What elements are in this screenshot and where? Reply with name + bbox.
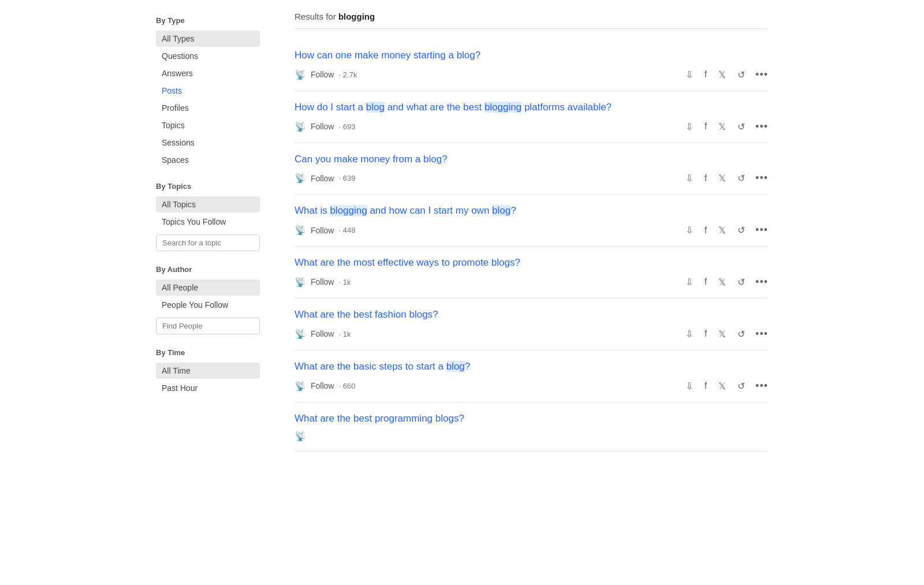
result-title-3[interactable]: Can you make money from a blog? <box>295 152 768 166</box>
downvote-btn-7[interactable]: ⇩ <box>684 379 694 393</box>
follow-label-1[interactable]: Follow <box>311 70 334 79</box>
twitter-btn-6[interactable]: 𝕏 <box>717 327 727 341</box>
by-type-questions[interactable]: Questions <box>156 48 260 64</box>
follow-label-7[interactable]: Follow <box>311 381 334 390</box>
result-actions-4: ⇩ f 𝕏 ↺ ••• <box>684 223 768 237</box>
downvote-btn-6[interactable]: ⇩ <box>684 327 694 341</box>
facebook-btn-1[interactable]: f <box>703 68 708 81</box>
by-time-label: By Time <box>156 348 260 357</box>
follow-icon-3: 📡 <box>295 173 306 184</box>
by-author-all-people[interactable]: All People <box>156 280 260 296</box>
more-btn-4[interactable]: ••• <box>755 224 768 236</box>
downvote-btn-1[interactable]: ⇩ <box>684 68 694 81</box>
more-btn-7[interactable]: ••• <box>755 380 768 392</box>
follow-label-3[interactable]: Follow <box>311 174 334 183</box>
follow-label-5[interactable]: Follow <box>311 277 334 286</box>
downvote-btn-2[interactable]: ⇩ <box>684 120 694 133</box>
follow-count-7: · 660 <box>338 382 355 390</box>
by-topics-you-follow[interactable]: Topics You Follow <box>156 214 260 230</box>
result-meta-left-3: 📡 Follow · 639 <box>295 173 355 184</box>
by-time-all-time[interactable]: All Time <box>156 363 260 379</box>
follow-label-2[interactable]: Follow <box>311 122 334 131</box>
more-btn-6[interactable]: ••• <box>755 328 768 340</box>
result-item: What are the most effective ways to prom… <box>295 247 768 299</box>
twitter-btn-7[interactable]: 𝕏 <box>717 379 727 393</box>
share-btn-3[interactable]: ↺ <box>736 172 746 185</box>
result-title-4[interactable]: What is blogging and how can I start my … <box>295 204 768 218</box>
results-prefix: Results for <box>295 12 336 21</box>
main-content: Results for blogging How can one make mo… <box>271 12 768 452</box>
more-btn-1[interactable]: ••• <box>755 69 768 81</box>
follow-label-4[interactable]: Follow <box>311 226 334 235</box>
sidebar: By Type All Types Questions Answers Post… <box>156 12 271 452</box>
result-meta-4: 📡 Follow · 448 ⇩ f 𝕏 ↺ ••• <box>295 223 768 237</box>
facebook-btn-5[interactable]: f <box>703 275 708 288</box>
by-type-topics[interactable]: Topics <box>156 117 260 133</box>
result-item: What are the basic steps to start a blog… <box>295 351 768 403</box>
by-type-profiles[interactable]: Profiles <box>156 100 260 116</box>
more-btn-3[interactable]: ••• <box>755 172 768 184</box>
people-search-input[interactable] <box>156 318 260 334</box>
by-type-sessions[interactable]: Sessions <box>156 135 260 151</box>
result-meta-left-8: 📡 <box>295 431 306 442</box>
result-meta-left-5: 📡 Follow · 1k <box>295 277 351 288</box>
follow-icon-6: 📡 <box>295 329 306 340</box>
result-item: What are the best programming blogs? 📡 <box>295 403 768 452</box>
by-type-all-types[interactable]: All Types <box>156 31 260 47</box>
result-item: How do I start a blog and what are the b… <box>295 91 768 143</box>
result-meta-left-1: 📡 Follow · 2.7k <box>295 69 357 80</box>
by-type-spaces[interactable]: Spaces <box>156 152 260 168</box>
result-meta-2: 📡 Follow · 693 ⇩ f 𝕏 ↺ ••• <box>295 120 768 133</box>
result-meta-1: 📡 Follow · 2.7k ⇩ f 𝕏 ↺ ••• <box>295 68 768 81</box>
result-title-6[interactable]: What are the best fashion blogs? <box>295 308 768 322</box>
share-btn-7[interactable]: ↺ <box>736 379 746 393</box>
search-query: blogging <box>338 12 375 21</box>
share-btn-5[interactable]: ↺ <box>736 275 746 289</box>
by-time-past-hour[interactable]: Past Hour <box>156 380 260 396</box>
result-meta-left-7: 📡 Follow · 660 <box>295 381 355 392</box>
topic-search-input[interactable] <box>156 234 260 251</box>
by-type-posts[interactable]: Posts <box>156 83 260 99</box>
follow-icon-7: 📡 <box>295 381 306 392</box>
facebook-btn-6[interactable]: f <box>703 327 708 340</box>
share-btn-6[interactable]: ↺ <box>736 327 746 341</box>
by-author-people-you-follow[interactable]: People You Follow <box>156 297 260 313</box>
result-title-1[interactable]: How can one make money starting a blog? <box>295 49 768 62</box>
result-title-8[interactable]: What are the best programming blogs? <box>295 412 768 426</box>
facebook-btn-7[interactable]: f <box>703 379 708 392</box>
by-author-label: By Author <box>156 265 260 274</box>
facebook-btn-4[interactable]: f <box>703 224 708 237</box>
facebook-btn-2[interactable]: f <box>703 120 708 133</box>
downvote-btn-5[interactable]: ⇩ <box>684 275 694 289</box>
share-btn-1[interactable]: ↺ <box>736 68 746 81</box>
twitter-btn-2[interactable]: 𝕏 <box>717 120 727 133</box>
results-header: Results for blogging <box>295 12 768 29</box>
twitter-btn-4[interactable]: 𝕏 <box>717 223 727 237</box>
twitter-btn-3[interactable]: 𝕏 <box>717 172 727 185</box>
share-btn-4[interactable]: ↺ <box>736 223 746 237</box>
twitter-btn-5[interactable]: 𝕏 <box>717 275 727 289</box>
result-meta-left-2: 📡 Follow · 693 <box>295 121 355 132</box>
follow-icon-8: 📡 <box>295 431 306 442</box>
share-btn-2[interactable]: ↺ <box>736 120 746 133</box>
by-topics-all-topics[interactable]: All Topics <box>156 196 260 213</box>
result-meta-5: 📡 Follow · 1k ⇩ f 𝕏 ↺ ••• <box>295 275 768 289</box>
by-type-answers[interactable]: Answers <box>156 65 260 81</box>
more-btn-2[interactable]: ••• <box>755 121 768 133</box>
follow-count-6: · 1k <box>338 330 351 338</box>
result-title-2[interactable]: How do I start a blog and what are the b… <box>295 100 768 114</box>
downvote-btn-3[interactable]: ⇩ <box>684 172 694 185</box>
facebook-btn-3[interactable]: f <box>703 172 708 185</box>
result-item: How can one make money starting a blog? … <box>295 39 768 91</box>
result-item: What are the best fashion blogs? 📡 Follo… <box>295 299 768 351</box>
result-actions-1: ⇩ f 𝕏 ↺ ••• <box>684 68 768 81</box>
result-title-7[interactable]: What are the basic steps to start a blog… <box>295 360 768 374</box>
more-btn-5[interactable]: ••• <box>755 276 768 288</box>
result-title-5[interactable]: What are the most effective ways to prom… <box>295 256 768 270</box>
result-actions-6: ⇩ f 𝕏 ↺ ••• <box>684 327 768 341</box>
follow-label-6[interactable]: Follow <box>311 329 334 338</box>
twitter-btn-1[interactable]: 𝕏 <box>717 68 727 81</box>
result-meta-3: 📡 Follow · 639 ⇩ f 𝕏 ↺ ••• <box>295 172 768 185</box>
downvote-btn-4[interactable]: ⇩ <box>684 223 694 237</box>
result-meta-6: 📡 Follow · 1k ⇩ f 𝕏 ↺ ••• <box>295 327 768 341</box>
